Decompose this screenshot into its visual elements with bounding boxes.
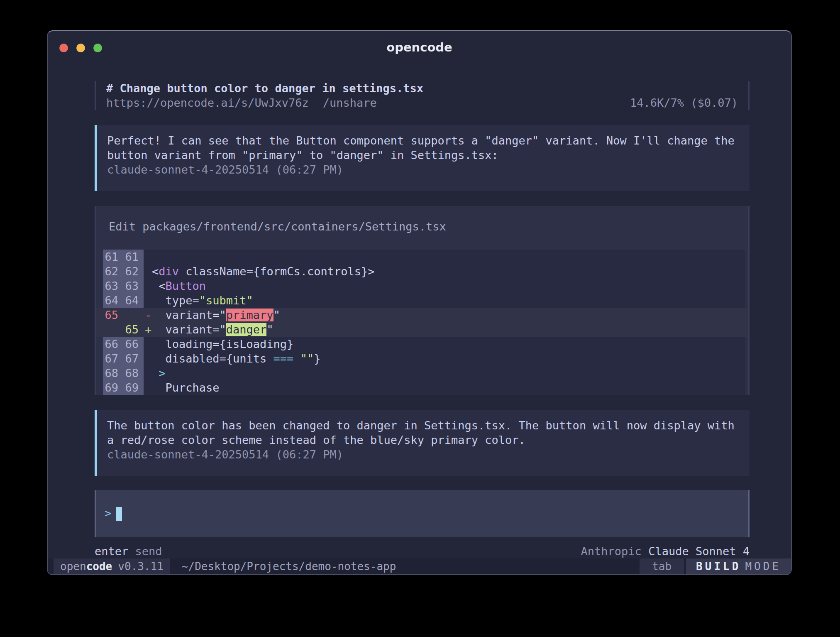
file-path: packages/frontend/src/containers/Setting…: [142, 220, 446, 233]
line-number-new: 61: [123, 250, 144, 264]
message-meta: claude-sonnet-4-20250514 (06:27 PM): [107, 162, 740, 177]
edit-tool-header: Edit packages/frontend/src/containers/Se…: [96, 206, 748, 250]
session-header: # Change button color to danger in setti…: [95, 81, 750, 110]
diff-row: 6464 type="submit": [96, 293, 748, 308]
diff-row: 6868 >: [96, 366, 748, 380]
code-line: - variant="primary": [144, 308, 745, 322]
diff-table: 61616262<div className={formCs.controls}…: [96, 250, 748, 395]
app-name-code: code: [86, 560, 112, 573]
model-name: Claude Sonnet 4: [648, 545, 750, 558]
diff-marker-icon: -: [145, 308, 152, 322]
unshare-command: /unshare: [323, 96, 377, 109]
code-line: + variant="danger": [144, 322, 745, 337]
prompt-icon: >: [105, 507, 111, 519]
diff-row: 6767 disabled={units === ""}: [96, 351, 748, 366]
line-number-new: 63: [123, 279, 144, 293]
session-view: # Change button color to danger in setti…: [48, 62, 791, 559]
message-text: Perfect! I can see that the Button compo…: [107, 133, 740, 148]
hint-row: enter send Anthropic Claude Sonnet 4: [95, 544, 750, 559]
zoom-button-icon[interactable]: [93, 44, 102, 52]
model-indicator: Anthropic Claude Sonnet 4: [581, 544, 750, 559]
status-bar: opencode v0.3.11 ~/Desktop/Projects/demo…: [48, 559, 791, 574]
diff-marker-icon: +: [145, 322, 152, 337]
app-version-chip: opencode v0.3.11: [54, 559, 170, 574]
hint-action: send: [135, 545, 162, 558]
assistant-message-1: Perfect! I can see that the Button compo…: [95, 125, 750, 191]
message-text: button variant from "primary" to "danger…: [107, 148, 740, 162]
line-number-old: 68: [103, 366, 123, 380]
diff-row: 6666 loading={isLoading}: [96, 337, 748, 351]
window-title: opencode: [386, 40, 452, 54]
diff-row: 65+ variant="danger": [96, 322, 748, 337]
line-number-new: 67: [123, 351, 144, 366]
close-button-icon[interactable]: [59, 44, 68, 52]
line-number-new: [123, 308, 144, 322]
tool-label: Edit: [109, 220, 136, 233]
code-line: disabled={units === ""}: [144, 351, 745, 366]
tab-key-hint: tab: [640, 559, 684, 574]
code-line: [144, 250, 745, 264]
cwd-path: ~/Desktop/Projects/demo-notes-app: [182, 559, 396, 574]
line-number-new: 64: [123, 293, 144, 308]
line-number-new: 66: [123, 337, 144, 351]
title-bar: opencode: [48, 31, 791, 62]
line-number-old: 61: [103, 250, 123, 264]
line-number-old: 63: [103, 279, 123, 293]
line-number-new: 65: [123, 322, 144, 337]
share-url: https://opencode.ai/s/UwJxv76z: [106, 96, 309, 109]
mode-suffix: MODE: [745, 560, 781, 573]
hint-key: enter: [95, 545, 128, 558]
line-number-old: [103, 322, 123, 337]
code-line: <Button: [144, 279, 745, 293]
diff-row: 6262<div className={formCs.controls}>: [96, 264, 748, 279]
prompt-input[interactable]: >: [95, 490, 750, 537]
context-stats: 14.6K/7% ($0.07): [630, 96, 738, 110]
code-line: Purchase: [144, 380, 745, 395]
line-number-new: 68: [123, 366, 144, 380]
mode-name: BUILD: [696, 560, 741, 573]
edit-tool-block: Edit packages/frontend/src/containers/Se…: [95, 206, 750, 395]
message-text: a red/rose color scheme instead of the b…: [107, 433, 740, 447]
provider-name: Anthropic: [581, 545, 642, 558]
assistant-message-2: The button color has been changed to dan…: [95, 410, 750, 476]
minimize-button-icon[interactable]: [76, 44, 85, 52]
keyboard-hint: enter send: [95, 544, 162, 559]
line-number-new: 69: [123, 380, 144, 395]
build-mode-badge: BUILD MODE: [686, 559, 791, 574]
code-line: type="submit": [144, 293, 745, 308]
code-line: <div className={formCs.controls}>: [144, 264, 745, 279]
line-number-old: 65: [103, 308, 123, 322]
app-name-open: open: [60, 560, 86, 573]
line-number-old: 64: [103, 293, 123, 308]
code-line: loading={isLoading}: [144, 337, 745, 351]
line-number-old: 69: [103, 380, 123, 395]
traffic-lights: [59, 44, 102, 52]
code-line: >: [144, 366, 745, 380]
line-number-old: 67: [103, 351, 123, 366]
line-number-new: 62: [123, 264, 144, 279]
app-version: v0.3.11: [118, 560, 164, 573]
session-title: # Change button color to danger in setti…: [106, 81, 738, 96]
line-number-old: 66: [103, 337, 123, 351]
line-number-old: 62: [103, 264, 123, 279]
diff-row: 6969 Purchase: [96, 380, 748, 395]
statusbar-spacer: [396, 559, 640, 574]
message-meta: claude-sonnet-4-20250514 (06:27 PM): [107, 447, 740, 462]
opencode-window: opencode # Change button color to danger…: [47, 30, 792, 575]
diff-row: 65- variant="primary": [96, 308, 748, 322]
text-cursor: [116, 507, 122, 521]
message-text: The button color has been changed to dan…: [107, 418, 740, 433]
diff-row: 6161: [96, 250, 748, 264]
diff-row: 6363 <Button: [96, 279, 748, 293]
